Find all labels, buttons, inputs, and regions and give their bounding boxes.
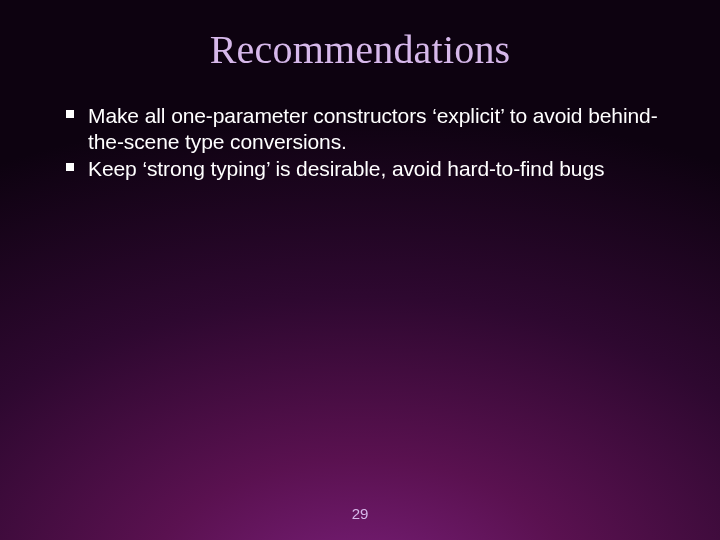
list-item: Keep ‘strong typing’ is desirable, avoid… bbox=[60, 156, 670, 182]
list-item: Make all one-parameter constructors ‘exp… bbox=[60, 103, 670, 154]
slide-body: Make all one-parameter constructors ‘exp… bbox=[0, 73, 720, 182]
page-number: 29 bbox=[0, 505, 720, 522]
bullet-list: Make all one-parameter constructors ‘exp… bbox=[60, 103, 670, 182]
slide-title: Recommendations bbox=[0, 0, 720, 73]
slide: Recommendations Make all one-parameter c… bbox=[0, 0, 720, 540]
